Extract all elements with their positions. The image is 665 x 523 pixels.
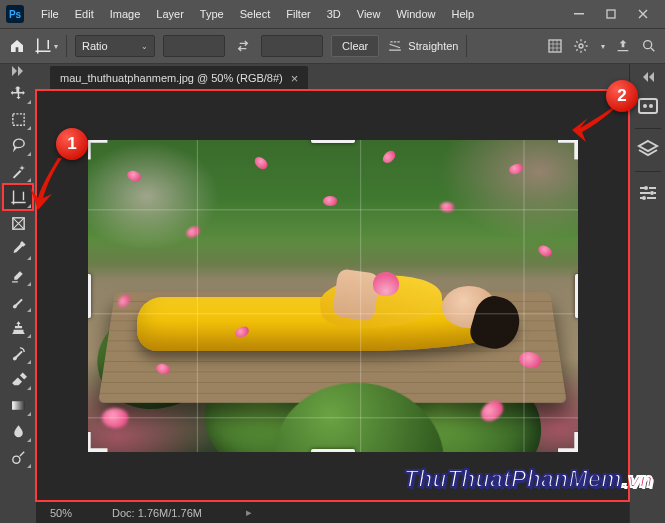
title-bar: Ps File Edit Image Layer Type Select Fil…: [0, 0, 665, 28]
watermark-tld: .vn: [622, 468, 653, 491]
annotation-arrow-1: [30, 154, 66, 210]
color-panel-icon[interactable]: [636, 96, 660, 118]
document-tab-title: mau_thuthuatphanmem.jpg @ 50% (RGB/8#): [60, 72, 283, 84]
collapse-panel-icon[interactable]: [12, 66, 24, 76]
straighten-button[interactable]: Straighten: [387, 39, 458, 53]
menu-filter[interactable]: Filter: [279, 4, 317, 24]
app-logo: Ps: [6, 5, 24, 23]
marquee-tool[interactable]: [3, 106, 33, 132]
chevron-down-icon[interactable]: ▾: [601, 42, 605, 51]
close-icon[interactable]: ×: [291, 71, 299, 86]
svg-rect-7: [12, 401, 25, 410]
canvas[interactable]: [36, 90, 629, 501]
svg-rect-1: [607, 10, 615, 18]
svg-point-11: [649, 104, 653, 108]
healing-brush-tool[interactable]: [3, 262, 33, 288]
share-icon[interactable]: [615, 38, 631, 54]
overlay-options-icon[interactable]: [547, 38, 563, 54]
close-button[interactable]: [627, 4, 659, 24]
brush-tool[interactable]: [3, 288, 33, 314]
search-icon[interactable]: [641, 38, 657, 54]
separator: [66, 35, 67, 57]
right-panel-dock: [629, 64, 665, 523]
main-menu: File Edit Image Layer Type Select Filter…: [34, 4, 481, 24]
crop-tool[interactable]: [3, 184, 33, 210]
blur-tool[interactable]: [3, 418, 33, 444]
magic-wand-tool[interactable]: [3, 158, 33, 184]
svg-rect-5: [12, 113, 23, 124]
gradient-tool[interactable]: [3, 392, 33, 418]
window-controls: [563, 4, 659, 24]
aspect-ratio-dropdown[interactable]: Ratio ⌄: [75, 35, 155, 57]
menu-edit[interactable]: Edit: [68, 4, 101, 24]
menu-file[interactable]: File: [34, 4, 66, 24]
chevron-down-icon: ⌄: [141, 42, 148, 51]
svg-rect-0: [574, 13, 584, 15]
document-area: mau_thuthuatphanmem.jpg @ 50% (RGB/8#) ×: [36, 64, 629, 523]
dodge-tool[interactable]: [3, 444, 33, 470]
main-area: mau_thuthuatphanmem.jpg @ 50% (RGB/8#) ×: [0, 64, 665, 523]
menu-image[interactable]: Image: [103, 4, 148, 24]
watermark: ThuThuatPhanMem.vn: [404, 466, 653, 493]
crop-options-gear-icon[interactable]: [573, 38, 589, 54]
layers-panel-icon[interactable]: [636, 139, 660, 161]
clear-button-label: Clear: [342, 40, 368, 52]
clone-stamp-tool[interactable]: [3, 314, 33, 340]
svg-point-10: [643, 104, 647, 108]
svg-point-14: [642, 196, 646, 200]
expand-panel-icon[interactable]: [642, 72, 654, 82]
tool-panel: [0, 64, 36, 523]
svg-point-12: [644, 186, 648, 190]
eyedropper-tool[interactable]: [3, 236, 33, 262]
menu-help[interactable]: Help: [445, 4, 482, 24]
doc-size: Doc: 1.76M/1.76M: [112, 507, 202, 519]
menu-view[interactable]: View: [350, 4, 388, 24]
aspect-ratio-label: Ratio: [82, 40, 108, 52]
menu-select[interactable]: Select: [233, 4, 278, 24]
svg-point-13: [650, 191, 654, 195]
menu-type[interactable]: Type: [193, 4, 231, 24]
straighten-label: Straighten: [408, 40, 458, 52]
watermark-brand: ThuThuatPhanMem: [404, 466, 622, 492]
menu-3d[interactable]: 3D: [320, 4, 348, 24]
lasso-tool[interactable]: [3, 132, 33, 158]
annotation-callout-1: 1: [56, 128, 88, 160]
adjustments-panel-icon[interactable]: [636, 182, 660, 204]
annotation-callout-2: 2: [606, 80, 638, 112]
frame-tool[interactable]: [3, 210, 33, 236]
separator: [466, 35, 467, 57]
svg-rect-2: [549, 40, 561, 52]
annotation-arrow-2: [572, 104, 618, 144]
menu-window[interactable]: Window: [389, 4, 442, 24]
swap-dimensions-button[interactable]: [233, 36, 253, 56]
status-bar: 50% Doc: 1.76M/1.76M ▸: [36, 501, 629, 523]
zoom-level[interactable]: 50%: [50, 507, 72, 519]
crop-height-input[interactable]: [261, 35, 323, 57]
tool-preset-picker[interactable]: ▾: [34, 37, 58, 55]
document-tab-strip: mau_thuthuatphanmem.jpg @ 50% (RGB/8#) ×: [36, 64, 629, 90]
maximize-button[interactable]: [595, 4, 627, 24]
menu-layer[interactable]: Layer: [149, 4, 191, 24]
eraser-tool[interactable]: [3, 366, 33, 392]
minimize-button[interactable]: [563, 4, 595, 24]
svg-point-4: [644, 41, 652, 49]
document-tab[interactable]: mau_thuthuatphanmem.jpg @ 50% (RGB/8#) ×: [50, 66, 308, 90]
chevron-down-icon: ▾: [54, 42, 58, 51]
home-icon[interactable]: [8, 38, 26, 54]
history-brush-tool[interactable]: [3, 340, 33, 366]
crop-width-input[interactable]: [163, 35, 225, 57]
chevron-right-icon[interactable]: ▸: [246, 506, 252, 519]
image-content: [88, 140, 578, 452]
svg-point-8: [12, 456, 19, 463]
clear-button[interactable]: Clear: [331, 35, 379, 57]
options-bar: ▾ Ratio ⌄ Clear Straighten ▾: [0, 28, 665, 64]
svg-point-3: [579, 44, 583, 48]
svg-rect-9: [639, 99, 657, 113]
move-tool[interactable]: [3, 80, 33, 106]
